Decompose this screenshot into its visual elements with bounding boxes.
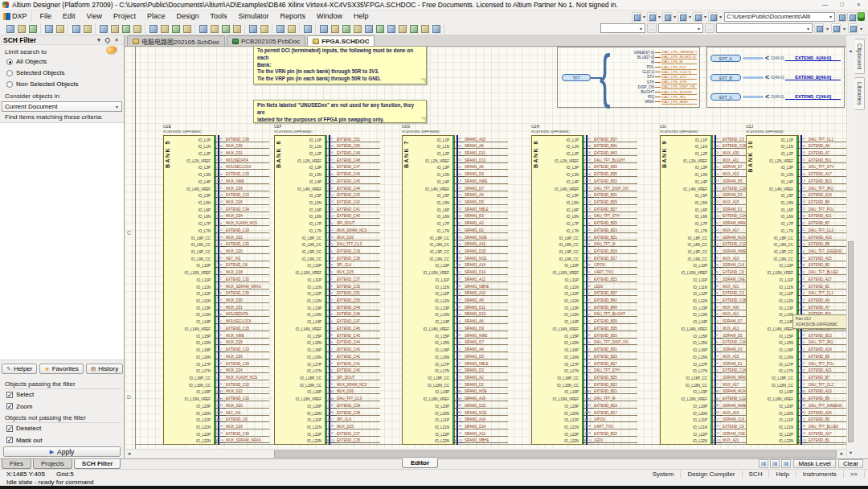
- net-label[interactable]: EXTEND_B31: [594, 347, 637, 352]
- net-label[interactable]: SRAM1_D15: [465, 404, 508, 409]
- redo-icon[interactable]: [259, 23, 269, 34]
- radio-selected-objects[interactable]: Selected Objects: [6, 69, 64, 76]
- net-label[interactable]: SRAM1_A8: [465, 298, 508, 303]
- net-label[interactable]: EXTEND_B43: [594, 151, 637, 156]
- cut-icon[interactable]: [148, 23, 158, 34]
- new-doc-icon[interactable]: [5, 23, 15, 34]
- checkbox-icon[interactable]: ✓: [6, 392, 13, 398]
- net-label[interactable]: SRAM1_D11: [465, 151, 508, 156]
- menu-simulator[interactable]: Simulator: [232, 10, 274, 23]
- net-label[interactable]: DAU_TFT_GREEN0: [809, 404, 846, 409]
- net-label[interactable]: EXTEND_C47: [337, 319, 380, 324]
- scroll-up-icon[interactable]: ▲: [847, 47, 854, 55]
- dci-note[interactable]: To permit DCI (terminated) inputs, the f…: [253, 47, 427, 84]
- place-sheet-symbol-icon[interactable]: [408, 23, 419, 34]
- net-label[interactable]: EXTEND_B17: [594, 257, 637, 261]
- net-label[interactable]: SPI_DOUT: [337, 376, 380, 380]
- status-button-sch[interactable]: SCH: [743, 471, 770, 478]
- zoom-selection-icon[interactable]: [121, 23, 131, 34]
- net-label[interactable]: SRAM1_NOE: [465, 236, 508, 240]
- wiring-tools-icon[interactable]: [632, 12, 641, 22]
- net-label[interactable]: MUX_NWE: [226, 334, 269, 339]
- net-label[interactable]: DAU_TFT_BLIGHT: [594, 312, 637, 317]
- net-label[interactable]: EXTEND_A25: [809, 257, 846, 261]
- chevron-down-icon[interactable]: ▾: [843, 26, 845, 31]
- net-label[interactable]: DAU_TFT_STH: [594, 214, 637, 219]
- net-label[interactable]: EXTEND_C41: [337, 208, 380, 212]
- net-label[interactable]: MOUSECLOCK: [226, 319, 269, 324]
- net-label[interactable]: SRAM1_A16: [465, 242, 508, 247]
- net-label[interactable]: EXTEND_B5: [809, 242, 846, 247]
- net-label[interactable]: DAU_TFT_CL3: [337, 242, 380, 247]
- view-config-icon[interactable]: [831, 23, 841, 33]
- place-power-port-icon[interactable]: [375, 23, 385, 34]
- checkbox-icon[interactable]: ✓: [6, 425, 13, 432]
- vertical-scrollbar[interactable]: ▲ ▼: [846, 47, 854, 457]
- net-label[interactable]: EXTEND_B1: [809, 438, 846, 443]
- net-label[interactable]: DAU_TFT_GREEN0: [809, 249, 846, 254]
- paste-icon[interactable]: [170, 23, 181, 34]
- net-label[interactable]: SRAM1_D14: [465, 425, 508, 429]
- net-label[interactable]: EXTEND_B41: [594, 144, 637, 149]
- move-object-icon[interactable]: [209, 23, 219, 34]
- net-label[interactable]: DAU_TFT_CL3: [337, 397, 380, 401]
- net-label[interactable]: SRAM1_A4: [465, 193, 508, 198]
- net-label[interactable]: EXTEND_B37: [594, 138, 637, 142]
- net-label[interactable]: SRAM1_D9: [465, 327, 508, 331]
- net-label[interactable]: EXTEND_B41: [594, 298, 637, 303]
- net-label[interactable]: EXTEND_C44: [337, 340, 380, 345]
- chevron-down-icon[interactable]: ▾: [719, 14, 722, 19]
- maximize-button[interactable]: □: [835, 1, 849, 9]
- net-label[interactable]: EXTEND_C37: [337, 277, 380, 282]
- net-label[interactable]: EXTEND_B29: [594, 355, 637, 360]
- net-label[interactable]: DAU_LPS_IRQ: [661, 95, 697, 100]
- arrange-icon[interactable]: [220, 23, 231, 34]
- net-label[interactable]: DAU_TFT_DISP_ON: [594, 187, 637, 191]
- chevron-down-icon[interactable]: ▾: [704, 14, 706, 19]
- net-label[interactable]: MUX_D18: [226, 270, 269, 275]
- view-config-icon[interactable]: [814, 23, 824, 33]
- panel-menu-icon[interactable]: ▾: [95, 37, 103, 43]
- doc-tab[interactable]: 电脑电路图202105.SchDoc: [127, 35, 225, 46]
- net-label[interactable]: MUX_FLASH_NCS: [226, 376, 269, 380]
- status-button-help[interactable]: Help: [769, 471, 796, 478]
- net-label[interactable]: EXTEND_B5: [809, 397, 846, 401]
- close-button[interactable]: ×: [852, 1, 866, 9]
- net-label[interactable]: EXTEND_C45: [337, 334, 380, 339]
- chevron-down-icon[interactable]: ▾: [860, 26, 862, 31]
- scope-combo[interactable]: Current Document ▾: [2, 101, 122, 112]
- net-label[interactable]: DAU_TFT_CL2: [809, 383, 846, 388]
- net-label[interactable]: MUX_D28: [226, 340, 269, 345]
- place-port-icon[interactable]: [397, 23, 407, 34]
- net-label[interactable]: EXTEND_C15: [226, 172, 269, 177]
- net-label[interactable]: EXTEND_B19: [594, 404, 637, 409]
- net-label[interactable]: EXTEND_B35: [594, 172, 637, 177]
- fpga-bank-symbol-u1h[interactable]: U1HXC4VSX35-10FFG668CBANK 8IO_L1PC17EXTE…: [531, 125, 637, 445]
- bus-net-label[interactable]: EXTEND_A[49:0]: [785, 55, 841, 61]
- net-label[interactable]: DAU_TFT_BLUE0: [809, 270, 846, 275]
- net-label[interactable]: GPIO0: [594, 417, 637, 422]
- device-view-icon[interactable]: [71, 23, 81, 34]
- annotate-icon[interactable]: [770, 459, 780, 468]
- net-label[interactable]: SRAM1_D3: [465, 368, 508, 373]
- net-label[interactable]: DAU_LPS_STV: [661, 75, 697, 80]
- net-label[interactable]: SRAM1_D1: [465, 228, 508, 233]
- net-label[interactable]: EXTEND_A0: [809, 298, 846, 303]
- net-label[interactable]: MUX_D18: [226, 425, 269, 429]
- net-label[interactable]: MUX_D28: [226, 187, 269, 191]
- menu-project[interactable]: Project: [108, 10, 141, 23]
- chevron-down-icon[interactable]: ▾: [689, 14, 691, 19]
- net-label[interactable]: EXTEND_A7: [809, 306, 846, 310]
- net-label[interactable]: EXTEND_C34: [226, 362, 269, 367]
- refresh-icon[interactable]: [847, 12, 857, 22]
- net-label[interactable]: DAU_TFT_IRQ: [809, 340, 846, 345]
- net-label[interactable]: EXTEND_B13: [809, 179, 846, 184]
- horizontal-scroll-thumb[interactable]: [274, 450, 837, 458]
- smart-paste-icon[interactable]: [182, 23, 192, 34]
- radio-non-selected-objects[interactable]: Non Selected Objects: [6, 80, 78, 88]
- net-label[interactable]: MUX_D22: [226, 236, 269, 240]
- net-label[interactable]: EXTEND_B37: [594, 291, 637, 296]
- deselect-all-icon[interactable]: [231, 23, 242, 34]
- net-label[interactable]: DAU_LPS_POL: [661, 65, 697, 70]
- net-label[interactable]: EXTEND_B33: [594, 334, 637, 339]
